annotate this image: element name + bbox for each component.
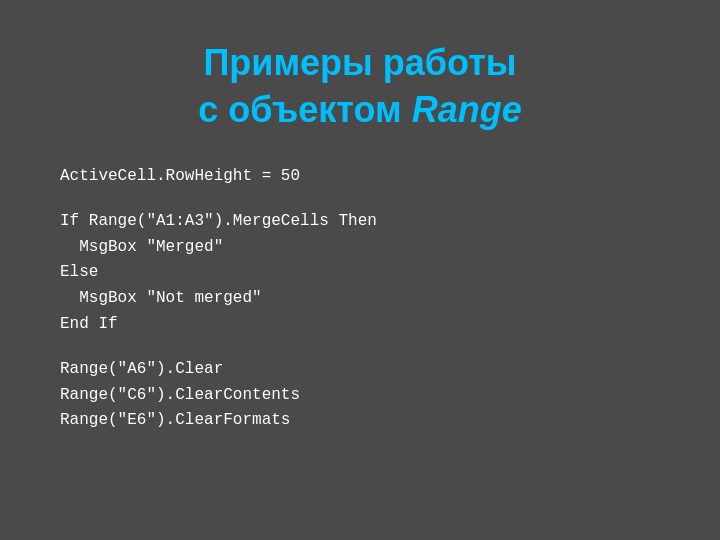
code-line: Else (60, 260, 660, 286)
code-line: Range("A6").Clear (60, 357, 660, 383)
code-line: Range("E6").ClearFormats (60, 408, 660, 434)
code-line: If Range("A1:A3").MergeCells Then (60, 209, 660, 235)
code-line: Range("C6").ClearContents (60, 383, 660, 409)
code-line: End If (60, 312, 660, 338)
slide: Примеры работы с объектом Range ActiveCe… (0, 0, 720, 540)
code-block-1: ActiveCell.RowHeight = 50 (60, 164, 660, 190)
code-line: MsgBox "Merged" (60, 235, 660, 261)
code-block-2: If Range("A1:A3").MergeCells Then MsgBox… (60, 209, 660, 337)
title-italic: Range (412, 89, 522, 130)
code-line: MsgBox "Not merged" (60, 286, 660, 312)
title-line2: с объектом (198, 89, 411, 130)
code-line: ActiveCell.RowHeight = 50 (60, 164, 660, 190)
title-line1: Примеры работы (203, 42, 516, 83)
code-block-3: Range("A6").Clear Range("C6").ClearConte… (60, 357, 660, 434)
code-content: ActiveCell.RowHeight = 50 If Range("A1:A… (60, 164, 660, 434)
slide-title: Примеры работы с объектом Range (60, 40, 660, 134)
